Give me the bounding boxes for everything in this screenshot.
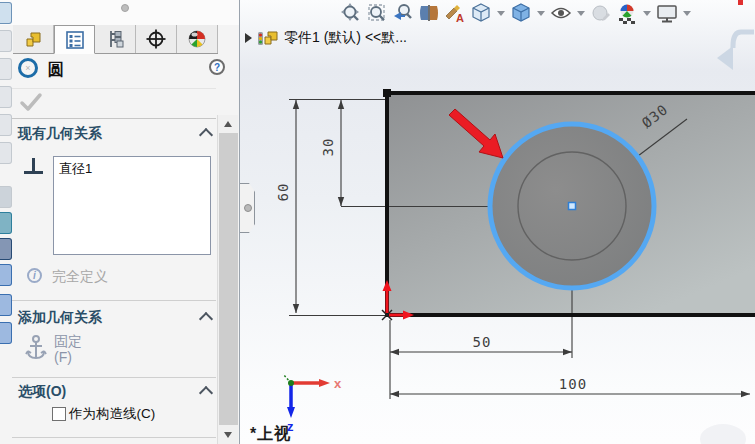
graphics-area[interactable]: 60 30 50 100 xyxy=(240,0,755,444)
circle-center-point[interactable] xyxy=(569,203,576,210)
confirmation-corner[interactable] xyxy=(700,22,755,82)
view-settings-dropdown[interactable] xyxy=(683,11,691,16)
tab-dimxpertmanager[interactable] xyxy=(136,25,177,53)
collapse-chevron[interactable] xyxy=(199,312,213,326)
zoom-to-area-icon[interactable] xyxy=(366,2,388,24)
cropped-red-mark xyxy=(738,0,743,5)
help-icon[interactable]: ? xyxy=(209,59,225,75)
display-style-icon[interactable] xyxy=(510,2,532,24)
panel-title: 圆 xyxy=(48,60,64,81)
divider xyxy=(12,377,216,378)
svg-text:x: x xyxy=(334,376,342,391)
section-view-icon[interactable] xyxy=(418,2,440,24)
fix-anchor-icon xyxy=(24,334,48,366)
manager-tab-bar xyxy=(13,25,218,54)
existing-relations-header: 现有几何关系 xyxy=(18,125,102,143)
splitter-dot xyxy=(244,204,252,212)
relations-listbox[interactable]: 直径1 xyxy=(53,156,211,255)
sketch-canvas[interactable]: 60 30 50 100 xyxy=(240,0,755,444)
headsup-view-toolbar: A xyxy=(338,1,694,25)
hide-show-items-icon[interactable] xyxy=(550,2,572,24)
view-settings-icon[interactable] xyxy=(656,2,678,24)
info-icon: i xyxy=(27,268,42,283)
dimension-50[interactable]: 50 xyxy=(390,334,572,355)
view-orientation-icon[interactable] xyxy=(470,2,492,24)
perpendicular-relation-icon xyxy=(24,158,44,176)
tab-propertymanager[interactable] xyxy=(54,25,95,54)
dimension-100[interactable]: 100 xyxy=(390,376,750,397)
dimension-60[interactable]: 60 xyxy=(275,100,299,313)
fix-label: 固定 xyxy=(54,333,82,349)
divider xyxy=(12,118,216,119)
tab-configurationmanager[interactable] xyxy=(95,25,136,53)
svg-text:A: A xyxy=(456,12,464,24)
apply-scene-dropdown[interactable] xyxy=(643,11,651,16)
view-annotation: *上视 xyxy=(250,424,291,444)
edit-appearance-icon[interactable] xyxy=(590,2,612,24)
fix-shortcut: (F) xyxy=(54,349,82,365)
display-style-dropdown[interactable] xyxy=(537,11,545,16)
scrollbar-thumb[interactable] xyxy=(219,133,238,425)
tab-displaymanager[interactable] xyxy=(177,25,218,53)
svg-text:30: 30 xyxy=(320,138,336,157)
tab-featuremanager[interactable] xyxy=(13,25,54,53)
annotation-appearance-icon[interactable]: A xyxy=(444,2,466,24)
solidworks-window: 60 30 50 100 xyxy=(0,0,755,444)
property-manager-panel: × 圆 ? 现有几何关系 直径1 i 完全定义 添加几何关系 xyxy=(0,0,240,444)
fix-relation-button[interactable]: 固定 (F) xyxy=(54,333,82,365)
construction-checkbox[interactable] xyxy=(52,407,66,421)
options-header: 选项(O) xyxy=(18,383,66,401)
apply-scene-icon[interactable] xyxy=(616,2,638,24)
hide-show-dropdown[interactable] xyxy=(577,11,585,16)
panel-top-strip xyxy=(0,0,239,25)
zoom-to-fit-icon[interactable] xyxy=(340,2,362,24)
collapse-chevron[interactable] xyxy=(199,128,213,142)
part-label[interactable]: 零件1 (默认) <<默... xyxy=(284,29,407,47)
panel-scrollbar[interactable] xyxy=(217,115,238,444)
circle-tool-icon: × xyxy=(18,58,38,78)
panel-collapse-dot[interactable] xyxy=(121,4,129,12)
add-relations-header: 添加几何关系 xyxy=(18,309,102,327)
view-orientation-dropdown[interactable] xyxy=(497,11,505,16)
tree-expand-arrow[interactable] xyxy=(245,33,252,43)
scroll-up-arrow[interactable] xyxy=(224,121,232,127)
divider xyxy=(12,300,216,301)
scroll-down-arrow[interactable] xyxy=(224,432,232,438)
construction-line-option[interactable]: 作为构造线(C) xyxy=(52,405,155,423)
dimension-30[interactable]: 30 xyxy=(320,100,344,206)
ok-button[interactable] xyxy=(18,90,44,118)
status-label: 完全定义 xyxy=(52,268,108,286)
view-triad: x z xyxy=(283,374,342,434)
divider xyxy=(12,88,216,89)
collapse-chevron[interactable] xyxy=(199,386,213,400)
vertex-point[interactable] xyxy=(383,89,391,97)
divider xyxy=(12,437,216,438)
svg-text:100: 100 xyxy=(559,376,587,392)
previous-view-icon[interactable] xyxy=(392,2,414,24)
part-document-icon xyxy=(257,28,279,48)
flyout-feature-tree: 零件1 (默认) <<默... xyxy=(245,28,407,48)
relation-item[interactable]: 直径1 xyxy=(54,157,210,181)
construction-label: 作为构造线(C) xyxy=(69,405,155,423)
svg-text:60: 60 xyxy=(275,183,291,202)
panel-splitter-handle[interactable] xyxy=(240,183,255,233)
svg-text:50: 50 xyxy=(473,334,492,350)
